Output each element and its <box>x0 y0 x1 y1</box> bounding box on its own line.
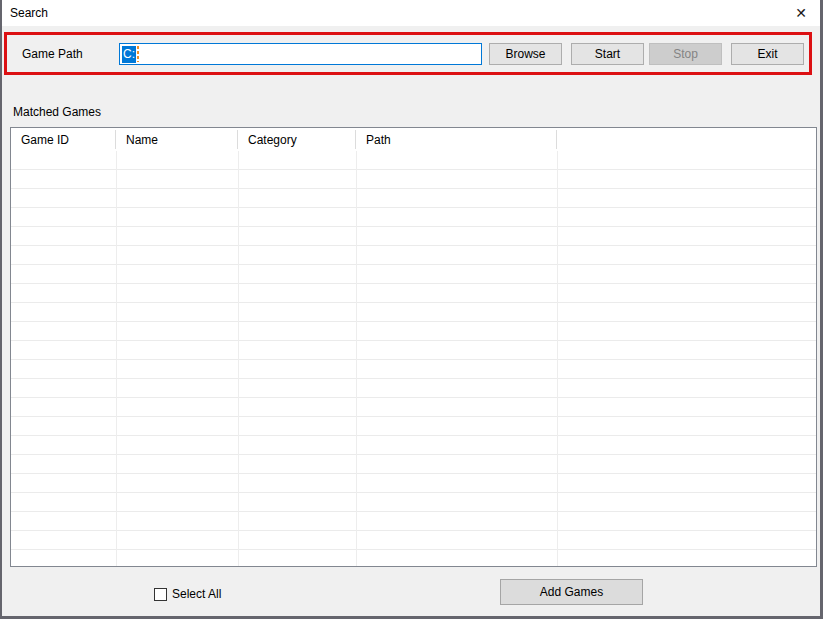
grid-line <box>238 151 239 566</box>
selected-text: C: <box>122 46 136 63</box>
table-row[interactable] <box>11 170 816 189</box>
table-body[interactable] <box>11 151 816 566</box>
table-row[interactable] <box>11 360 816 379</box>
table-row[interactable] <box>11 151 816 170</box>
select-all-control[interactable]: Select All <box>154 586 221 602</box>
title-bar: Search ✕ <box>2 0 820 26</box>
column-header-category[interactable]: Category <box>238 128 356 151</box>
column-header-game-id[interactable]: Game ID <box>11 128 116 151</box>
table-row[interactable] <box>11 493 816 512</box>
table-row[interactable] <box>11 189 816 208</box>
table-row[interactable] <box>11 474 816 493</box>
table-row[interactable] <box>11 417 816 436</box>
table-row[interactable] <box>11 436 816 455</box>
search-dialog: Search ✕ Game Path C: Browse Start Stop … <box>0 0 823 619</box>
table-row[interactable] <box>11 341 816 360</box>
grid-line <box>116 151 117 566</box>
table-row[interactable] <box>11 550 816 567</box>
table-row[interactable] <box>11 227 816 246</box>
table-row[interactable] <box>11 208 816 227</box>
table-row[interactable] <box>11 512 816 531</box>
table-row[interactable] <box>11 455 816 474</box>
table-row[interactable] <box>11 531 816 550</box>
matched-games-label: Matched Games <box>13 105 101 119</box>
column-header-spacer <box>557 128 816 151</box>
table-row[interactable] <box>11 265 816 284</box>
game-path-label: Game Path <box>22 47 83 61</box>
matched-games-table: Game ID Name Category Path <box>10 127 817 567</box>
select-all-label: Select All <box>172 587 221 601</box>
table-row[interactable] <box>11 284 816 303</box>
close-icon: ✕ <box>795 5 807 21</box>
column-header-name[interactable]: Name <box>116 128 238 151</box>
stop-button[interactable]: Stop <box>649 43 722 65</box>
select-all-checkbox[interactable] <box>154 588 167 601</box>
text-caret <box>137 46 139 62</box>
table-row[interactable] <box>11 398 816 417</box>
grid-line <box>356 151 357 566</box>
table-header: Game ID Name Category Path <box>11 128 816 151</box>
exit-button[interactable]: Exit <box>731 43 804 65</box>
table-row[interactable] <box>11 379 816 398</box>
close-button[interactable]: ✕ <box>782 0 820 26</box>
table-row[interactable] <box>11 322 816 341</box>
game-path-input[interactable]: C: <box>119 43 482 65</box>
grid-line <box>557 151 558 566</box>
start-button[interactable]: Start <box>571 43 644 65</box>
browse-button[interactable]: Browse <box>489 43 562 65</box>
add-games-button[interactable]: Add Games <box>500 579 643 605</box>
table-row[interactable] <box>11 246 816 265</box>
table-row[interactable] <box>11 303 816 322</box>
window-title: Search <box>10 6 48 20</box>
column-header-path[interactable]: Path <box>356 128 557 151</box>
